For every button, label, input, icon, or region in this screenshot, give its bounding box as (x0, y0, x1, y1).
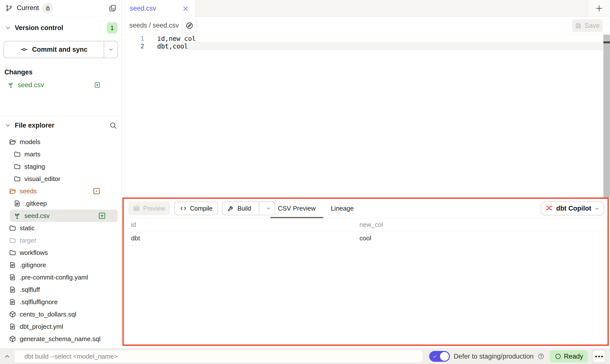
tree-item--sqlfluffignore[interactable]: .sqlfluffignore (0, 296, 121, 308)
code-editor[interactable]: 1id,new_col2dbt,cool (122, 35, 610, 198)
tree-item--sqlfluff[interactable]: .sqlfluff (0, 283, 121, 296)
changed-file-name: seed.csv (18, 81, 44, 89)
results-panel-annotated: Preview Compile Build CSV Previe (122, 198, 609, 346)
file-icon (9, 323, 16, 330)
more-options-button[interactable] (592, 350, 606, 363)
code-line-2[interactable]: 2dbt,cool (122, 42, 610, 50)
tree-item-target[interactable]: target (0, 234, 121, 247)
file-explorer-header[interactable]: File explorer (0, 116, 121, 129)
status-ready-badge: Ready (550, 350, 588, 362)
preview-button[interactable]: Preview (128, 201, 170, 215)
file-name: .sqlfluffignore (20, 298, 58, 306)
git-branch-icon (5, 4, 13, 12)
sidebar: Current Version control 1 Commit and syn… (0, 0, 122, 348)
tree-item--gitkeep[interactable]: .gitkeep (0, 197, 121, 210)
status-circle-icon (555, 353, 561, 360)
file-tree: modelsmartsstagingvisual_editorseeds.git… (0, 136, 121, 345)
file-name: visual_editor (24, 175, 60, 183)
tree-item-seed-csv[interactable]: seed.csv (10, 210, 118, 222)
panel-tabs: CSV PreviewLineage (270, 199, 361, 218)
commit-and-sync-main[interactable]: Commit and sync (4, 41, 104, 58)
new-tab-icon[interactable] (595, 4, 603, 13)
commit-and-sync-button[interactable]: Commit and sync (3, 41, 118, 58)
status-bar: Defer to staging/production Ready (0, 348, 610, 364)
command-input[interactable] (14, 350, 423, 363)
csv-header-cell: new_col (359, 221, 608, 229)
editor-scrollbar-thumb[interactable] (603, 41, 610, 43)
chevron-down-icon[interactable] (5, 122, 11, 128)
tree-item-seeds[interactable]: seeds (0, 185, 121, 197)
file-name: dbt_project.yml (20, 323, 63, 331)
tree-item-workflows[interactable]: workflows (0, 247, 121, 259)
editor-scrollbar[interactable] (603, 35, 610, 198)
dbt-cloud-ide: Current Version control 1 Commit and syn… (0, 0, 610, 364)
save-icon (575, 22, 582, 29)
version-control-header[interactable]: Version control 1 (0, 16, 121, 33)
save-button[interactable]: Save (572, 19, 603, 32)
dbt-copilot-button[interactable]: dbt Copilot (541, 201, 604, 215)
compile-label: Compile (190, 205, 213, 212)
expand-command-bar-button[interactable] (0, 353, 14, 360)
preview-label: Preview (143, 205, 165, 212)
cube-icon (9, 335, 16, 343)
tree-item--gitignore[interactable]: .gitignore (0, 259, 121, 271)
line-number: 2 (122, 43, 144, 50)
tree-item-marts[interactable]: marts (0, 148, 121, 160)
csv-cell: dbt (124, 234, 359, 242)
branch-name[interactable]: Current (17, 4, 39, 12)
table-icon (133, 205, 140, 212)
defer-toggle[interactable] (429, 351, 450, 362)
tree-item-visual-editor[interactable]: visual_editor (0, 173, 121, 185)
branch-lock-badge (42, 3, 53, 14)
toggle-knob (440, 352, 449, 361)
file-icon (9, 298, 16, 306)
file-name: cents_to_dollars.sql (20, 311, 76, 318)
new-tab-zone (588, 0, 610, 17)
build-button-divider (259, 202, 259, 215)
file-name: seed.csv (24, 212, 50, 220)
code-line-1[interactable]: 1id,new_col (122, 35, 610, 42)
tree-item-static[interactable]: static (0, 222, 121, 234)
save-label: Save (585, 22, 600, 30)
folder-open-icon (9, 187, 16, 195)
commit-and-sync-label: Commit and sync (32, 46, 87, 53)
defer-label: Defer to staging/production (454, 353, 534, 360)
file-name: .sqlfluff (20, 286, 40, 294)
close-tab-icon[interactable] (182, 5, 189, 12)
commit-options-dropdown[interactable] (104, 41, 118, 58)
tree-item-staging[interactable]: staging (0, 160, 121, 173)
folder-icon (14, 163, 21, 170)
file-icon (14, 200, 21, 207)
check-icon (432, 354, 437, 359)
tab-seed-csv[interactable]: seed.csv (122, 0, 195, 17)
tree-item-generate-schema-name-sql[interactable]: generate_schema_name.sql (0, 333, 121, 345)
copy-branch-icon[interactable] (109, 4, 117, 12)
file-name: staging (24, 163, 45, 170)
line-number: 1 (122, 35, 144, 42)
compass-icon (186, 22, 193, 30)
changes-section: Changes seed.csv (0, 68, 121, 91)
compile-button[interactable]: Compile (174, 201, 218, 215)
tree-item-cents-to-dollars-sql[interactable]: cents_to_dollars.sql (0, 308, 121, 320)
changed-file-seed-csv[interactable]: seed.csv (4, 79, 121, 91)
changes-title: Changes (4, 68, 121, 76)
changes-count-badge: 1 (107, 22, 118, 33)
file-icon (9, 274, 16, 281)
csv-preview-table: idnew_coldbtcool (124, 218, 608, 245)
build-button[interactable]: Build (222, 201, 275, 215)
search-icon[interactable] (109, 121, 117, 129)
chevron-down-icon[interactable] (5, 25, 11, 31)
build-main[interactable]: Build (222, 202, 256, 215)
tree-item-models[interactable]: models (0, 136, 121, 148)
panel-tab-csv-preview[interactable]: CSV Preview (270, 199, 323, 218)
file-icon (9, 286, 16, 293)
panel-tab-lineage[interactable]: Lineage (323, 199, 361, 218)
help-icon[interactable] (538, 353, 544, 360)
lineage-compass-button[interactable] (183, 19, 196, 32)
tree-item-dbt-project-yml[interactable]: dbt_project.yml (0, 320, 121, 333)
folder-icon (14, 150, 21, 158)
file-name: target (20, 237, 36, 244)
file-explorer-section: File explorer modelsmartsstagingvisual_e… (0, 116, 121, 348)
tree-item--pre-commit-config-yaml[interactable]: .pre-commit-config.yaml (0, 271, 121, 283)
csv-header-row: idnew_col (124, 218, 608, 231)
